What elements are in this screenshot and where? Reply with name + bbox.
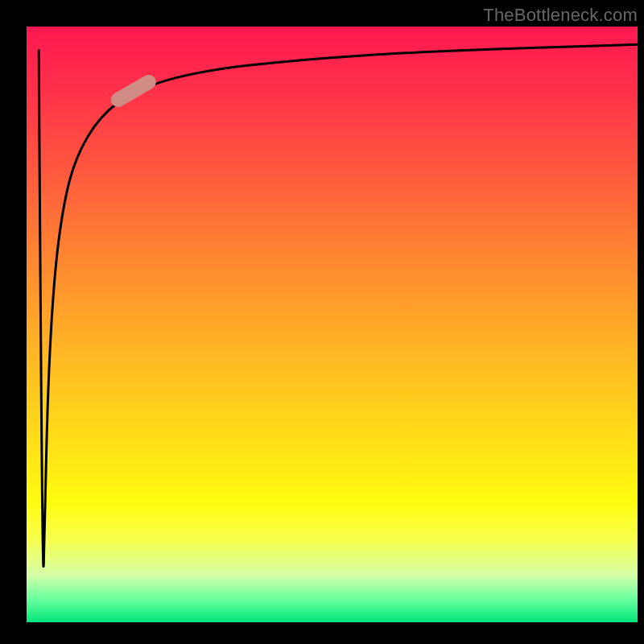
chart-main-curve [39,44,638,566]
chart-curve-layer [27,27,638,622]
watermark-label: TheBottleneck.com [483,5,638,26]
chart-highlight-pill [108,72,159,110]
